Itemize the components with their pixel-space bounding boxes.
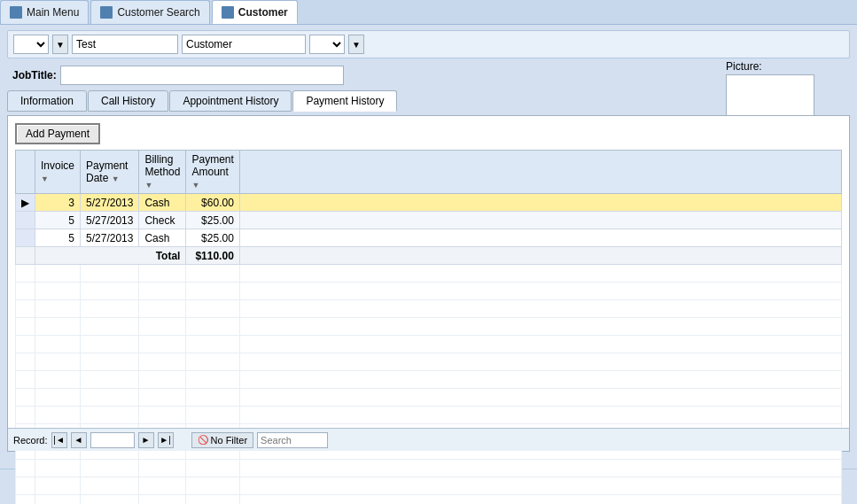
- table-header-row: Invoice ▼ Payment Date ▼ Billing Method …: [16, 151, 842, 194]
- col-header-billing-method[interactable]: Billing Method ▼: [139, 151, 186, 194]
- cell-date: 5/27/2013: [81, 212, 139, 229]
- tab-customer-search-label: Customer Search: [117, 6, 199, 19]
- col-header-payment-amount[interactable]: Payment Amount ▼: [186, 151, 239, 194]
- suffix-dropdown-btn[interactable]: ▼: [348, 35, 364, 54]
- amount-sort-arrow: ▼: [191, 181, 199, 190]
- total-amount: $110.00: [186, 247, 239, 265]
- row-indicator: [16, 212, 35, 229]
- form-header: ▼ ▼: [7, 30, 850, 58]
- col-indicator: [16, 151, 35, 194]
- table-row[interactable]: 5 5/27/2013 Check $25.00: [16, 212, 842, 229]
- cell-amount: $60.00: [186, 194, 239, 212]
- empty-row: [16, 300, 842, 318]
- prev-record-btn[interactable]: ◄: [71, 432, 87, 448]
- tab-payment-history-label: Payment History: [306, 95, 384, 107]
- tab-information-label: Information: [20, 95, 74, 107]
- table-row[interactable]: ▶ 3 5/27/2013 Cash $60.00: [16, 194, 842, 212]
- form-area: ▼ ▼ Picture: JobTitle: Information Call …: [7, 30, 850, 452]
- tab-customer-search[interactable]: Customer Search: [90, 0, 209, 24]
- empty-row: [16, 460, 842, 477]
- empty-row: [16, 477, 842, 495]
- record-number-input[interactable]: [90, 432, 135, 448]
- cell-spacer: [239, 212, 841, 229]
- payment-history-panel: Add Payment Invoice ▼ Payment Date ▼: [7, 115, 850, 452]
- empty-row: [16, 389, 842, 407]
- tab-payment-history[interactable]: Payment History: [292, 90, 397, 112]
- empty-row: [16, 283, 842, 300]
- customer-icon: [222, 6, 234, 19]
- tab-call-history-label: Call History: [101, 95, 155, 107]
- first-record-btn[interactable]: |◄: [51, 432, 67, 448]
- record-search-input[interactable]: [257, 432, 328, 448]
- last-name-input[interactable]: [182, 35, 306, 54]
- suffix-dropdown[interactable]: [309, 35, 345, 54]
- record-label: Record:: [13, 435, 48, 446]
- first-name-input[interactable]: [72, 35, 178, 54]
- prefix-dropdown[interactable]: [13, 35, 49, 54]
- cell-date: 5/27/2013: [81, 194, 139, 212]
- tab-call-history[interactable]: Call History: [88, 90, 168, 112]
- col-header-payment-date[interactable]: Payment Date ▼: [81, 151, 139, 194]
- filter-icon: 🚫: [198, 435, 208, 445]
- cell-spacer: [239, 229, 841, 247]
- prefix-dropdown-btn[interactable]: ▼: [52, 35, 68, 54]
- cell-invoice: 3: [35, 194, 81, 212]
- empty-row: [16, 265, 842, 283]
- empty-row: [16, 353, 842, 371]
- customer-search-icon: [100, 6, 113, 19]
- last-record-btn[interactable]: ►|: [158, 432, 174, 448]
- cell-method: Cash: [139, 194, 186, 212]
- tab-information[interactable]: Information: [7, 90, 87, 112]
- filter-label: No Filter: [211, 435, 248, 446]
- total-row: Total $110.00: [16, 247, 842, 265]
- table-row[interactable]: 5 5/27/2013 Cash $25.00: [16, 229, 842, 247]
- tab-appointment-history-label: Appointment History: [183, 95, 278, 107]
- col-header-invoice[interactable]: Invoice ▼: [35, 151, 81, 194]
- total-indicator: [16, 247, 35, 265]
- cell-spacer: [239, 194, 841, 212]
- tab-main-menu[interactable]: Main Menu: [0, 0, 89, 24]
- empty-row: [16, 318, 842, 336]
- empty-row: [16, 371, 842, 389]
- filter-btn[interactable]: 🚫 No Filter: [191, 432, 254, 448]
- cell-invoice: 5: [35, 212, 81, 229]
- add-payment-label: Add Payment: [26, 128, 90, 140]
- row-indicator: ▶: [16, 194, 35, 212]
- tab-customer[interactable]: Customer: [212, 0, 298, 24]
- cell-date: 5/27/2013: [81, 229, 139, 247]
- next-record-btn[interactable]: ►: [138, 432, 154, 448]
- job-title-row: JobTitle:: [7, 64, 850, 87]
- cell-method: Check: [139, 212, 186, 229]
- col-spacer: [239, 151, 841, 194]
- tab-appointment-history[interactable]: Appointment History: [169, 90, 292, 112]
- cell-amount: $25.00: [186, 229, 239, 247]
- total-spacer: [239, 247, 841, 265]
- job-title-input[interactable]: [60, 66, 344, 85]
- tab-customer-label: Customer: [238, 6, 288, 19]
- picture-label: Picture:: [726, 60, 832, 73]
- cell-amount: $25.00: [186, 212, 239, 229]
- content-tabs: Information Call History Appointment His…: [7, 90, 850, 112]
- row-indicator: [16, 229, 35, 247]
- title-bar: Main Menu Customer Search Customer: [0, 0, 857, 25]
- cell-method: Cash: [139, 229, 186, 247]
- date-sort-arrow: ▼: [112, 174, 120, 183]
- payment-table: Invoice ▼ Payment Date ▼ Billing Method …: [15, 150, 842, 504]
- job-title-label: JobTitle:: [12, 69, 57, 81]
- empty-row: [16, 336, 842, 353]
- tab-main-menu-label: Main Menu: [27, 6, 79, 19]
- empty-row: [16, 495, 842, 505]
- total-label: Total: [35, 247, 186, 265]
- add-payment-button[interactable]: Add Payment: [15, 123, 100, 144]
- invoice-sort-arrow: ▼: [41, 174, 49, 183]
- main-container: ▼ ▼ Picture: JobTitle: Information Call …: [0, 25, 857, 469]
- method-sort-arrow: ▼: [144, 181, 152, 190]
- cell-invoice: 5: [35, 229, 81, 247]
- main-menu-icon: [10, 6, 22, 19]
- empty-row: [16, 407, 842, 424]
- record-nav: Record: |◄ ◄ ► ►| 🚫 No Filter: [8, 428, 849, 451]
